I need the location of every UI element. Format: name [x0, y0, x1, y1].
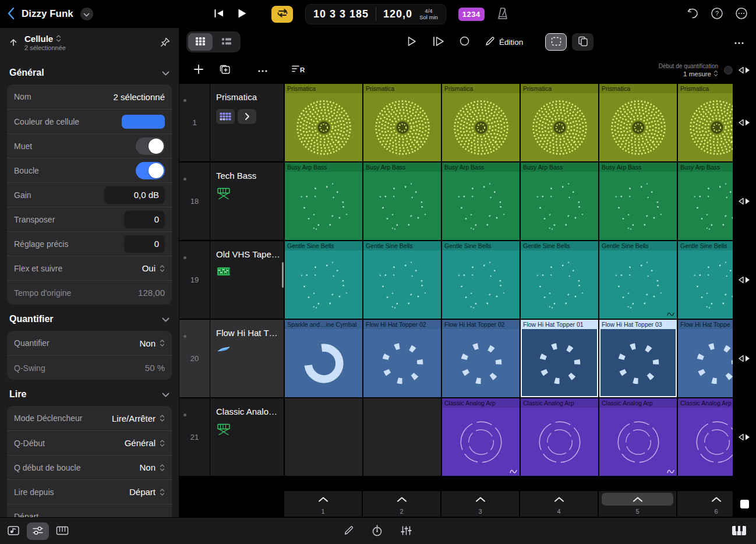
grid-scrollbar[interactable]: [282, 262, 284, 288]
setting-row-muet[interactable]: Muet: [7, 133, 172, 158]
loop-cell[interactable]: Gentle Sine Bells: [678, 241, 733, 319]
loop-cell[interactable]: Gentle Sine Bells: [442, 241, 520, 319]
marquee-button[interactable]: [545, 33, 567, 51]
help-button[interactable]: ?: [711, 7, 723, 22]
row-play-button[interactable]: [737, 276, 751, 284]
undo-button[interactable]: [686, 8, 699, 21]
scene-trigger[interactable]: 1: [284, 491, 362, 517]
drum-machine-icon[interactable]: [216, 109, 235, 124]
inspector-titles[interactable]: Cellule 2 sélectionnée: [24, 34, 66, 52]
track-header[interactable]: Flow Hi Hat T…: [210, 320, 284, 397]
title-menu-button[interactable]: [80, 8, 93, 20]
loop-cell[interactable]: Prismatica: [678, 84, 733, 161]
muet-toggle[interactable]: [136, 137, 165, 155]
row-play-button[interactable]: [737, 197, 751, 205]
loop-cell[interactable]: Flow Hi Hat Toppe: [678, 320, 733, 397]
play-from-button[interactable]: [432, 36, 444, 48]
setting-row-gain[interactable]: Gain0,0 dB: [7, 182, 172, 207]
inspector-up-button[interactable]: [9, 38, 18, 49]
toolbar-more-button[interactable]: [734, 38, 744, 47]
setting-row-mode-declencheur[interactable]: Mode DéclencheurLire/Arrêter: [7, 406, 172, 430]
setting-row-boucle[interactable]: Boucle: [7, 158, 172, 182]
row-play-button[interactable]: [737, 119, 751, 126]
section-header-quantifier[interactable]: Quantifier: [7, 308, 172, 331]
tracks-view-button[interactable]: [214, 33, 239, 51]
setting-row-transposer[interactable]: Transposer0: [7, 207, 172, 231]
edit-button[interactable]: Édition: [485, 36, 523, 48]
grid-more-button[interactable]: [257, 66, 268, 75]
track-header[interactable]: Tech Bass: [210, 163, 284, 240]
loop-cell[interactable]: Classic Analog Arp: [678, 398, 733, 476]
loop-cell[interactable]: Busy Arp Bass: [285, 163, 362, 240]
color-swatch[interactable]: [122, 115, 165, 129]
lcd-display[interactable]: 10 3 3 185 120,0 4/4 Sol min: [305, 4, 446, 24]
count-in-button[interactable]: 1234: [458, 8, 485, 21]
loop-cell[interactable]: Gentle Sine Bells: [599, 241, 677, 319]
back-button[interactable]: [7, 7, 15, 22]
loop-cell[interactable]: Prismatica: [363, 84, 441, 161]
loop-cell[interactable]: Prismatica: [521, 84, 598, 161]
add-track-button[interactable]: [193, 64, 204, 76]
loop-cell[interactable]: Flow Hi Hat Topper 03: [599, 320, 677, 397]
cell-play-button[interactable]: [407, 36, 416, 48]
value-field[interactable]: 0: [124, 235, 165, 253]
value-field[interactable]: 0,0 dB: [104, 186, 165, 204]
play-button[interactable]: [237, 8, 247, 20]
loop-cell[interactable]: Classic Analog Arp: [599, 398, 677, 476]
scene-trigger[interactable]: 2: [363, 491, 440, 517]
loop-cell[interactable]: Prismatica: [442, 84, 520, 161]
loop-cell[interactable]: Busy Arp Bass: [363, 163, 441, 240]
track-header[interactable]: Old VHS Tape…: [210, 241, 284, 319]
loop-cell[interactable]: Gentle Sine Bells: [521, 241, 598, 319]
loop-cell[interactable]: Busy Arp Bass: [442, 163, 520, 240]
setting-row-reglage-precis[interactable]: Réglage précis0: [7, 231, 172, 256]
stop-all-button[interactable]: [740, 500, 749, 508]
scene-trigger[interactable]: 6: [677, 491, 733, 517]
track-header[interactable]: Prismatica: [210, 84, 284, 161]
loop-cell[interactable]: Gentle Sine Bells: [285, 241, 362, 319]
loop-cell[interactable]: Classic Analog Arp: [442, 398, 520, 476]
skip-back-button[interactable]: [213, 9, 225, 20]
row-play-button[interactable]: [737, 433, 751, 441]
row-actions-button[interactable]: R: [291, 65, 305, 75]
more-button[interactable]: [735, 7, 748, 22]
controls-button[interactable]: [27, 522, 49, 540]
keys-button[interactable]: [732, 525, 747, 538]
loop-cell[interactable]: Sparkle and…ine Cymbal: [285, 320, 362, 397]
paste-button[interactable]: [572, 33, 594, 51]
setting-row-q-debut[interactable]: Q-DébutGénéral: [7, 430, 172, 455]
scene-trigger[interactable]: 4: [520, 491, 598, 517]
cycle-button[interactable]: [271, 6, 293, 23]
grid-view-button[interactable]: [188, 33, 213, 51]
loop-cell[interactable]: Flow Hi Hat Topper 02: [442, 320, 520, 397]
row-play-button[interactable]: [737, 355, 751, 362]
loop-cell[interactable]: Flow Hi Hat Topper 02: [363, 320, 441, 397]
scene-trigger[interactable]: 5: [599, 491, 676, 517]
section-header-general[interactable]: Général: [7, 61, 172, 84]
metronome-button[interactable]: [497, 7, 508, 22]
expand-track-button[interactable]: [238, 109, 256, 124]
loop-cell[interactable]: Flow Hi Hat Topper 01: [521, 320, 598, 397]
loop-cell[interactable]: Prismatica: [285, 84, 362, 161]
value-field[interactable]: 0: [124, 211, 165, 228]
duplicate-button[interactable]: [219, 64, 231, 76]
setting-row-depart[interactable]: Départ: [7, 504, 172, 517]
setting-row-quantifier[interactable]: QuantifierNon: [7, 331, 172, 355]
tuning-button[interactable]: [372, 525, 383, 538]
setting-row-couleur-de-cellule[interactable]: Couleur de cellule: [7, 109, 172, 133]
setting-row-lire-depuis[interactable]: Lire depuisDépart: [7, 479, 172, 504]
loop-cell[interactable]: Prismatica: [599, 84, 677, 161]
row-play-button[interactable]: [737, 66, 751, 74]
setting-row-tempo-d-origine[interactable]: Tempo d'origine128,00: [7, 280, 172, 305]
boucle-toggle[interactable]: [136, 162, 165, 179]
quantize-start-control[interactable]: Début de quantification 1 mesure: [659, 62, 718, 78]
library-button[interactable]: [7, 525, 20, 538]
empty-cell[interactable]: [363, 398, 441, 476]
cell-record-button[interactable]: [460, 36, 469, 48]
loop-cell[interactable]: Busy Arp Bass: [678, 163, 733, 240]
play-surface-button[interactable]: [56, 526, 69, 537]
scene-trigger[interactable]: 3: [441, 491, 519, 517]
quantize-knob[interactable]: [724, 66, 733, 75]
empty-cell[interactable]: [285, 398, 362, 476]
setting-row-q-debut-de-boucle[interactable]: Q début de boucleNon: [7, 455, 172, 479]
